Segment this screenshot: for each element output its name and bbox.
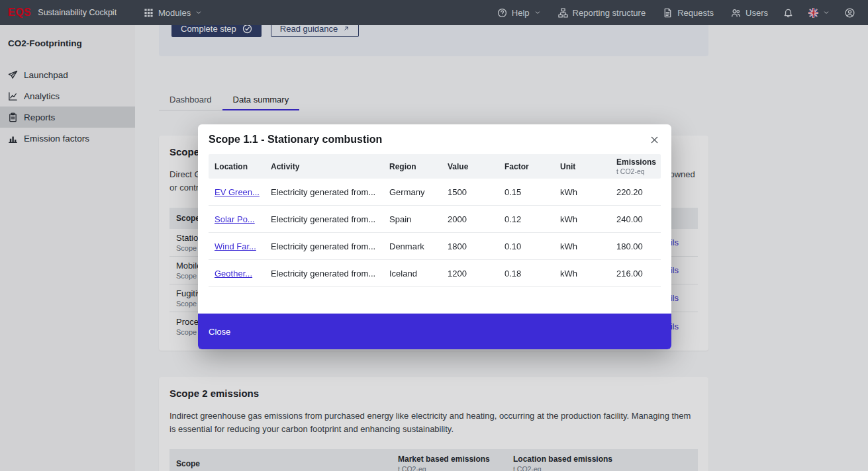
cell-region: Iceland <box>383 269 442 278</box>
cell-value: 1800 <box>442 241 499 251</box>
modal-table: Location Activity Region Value Factor Un… <box>209 154 661 287</box>
close-icon[interactable] <box>648 133 661 146</box>
table-row: Geother... Electricity generated from...… <box>209 260 661 287</box>
cell-unit: kWh <box>554 269 610 278</box>
column-header-emissions-unit: t CO2-eq <box>616 167 655 175</box>
cell-value: 2000 <box>442 214 499 224</box>
modal-title: Scope 1.1 - Stationary combustion <box>209 134 382 146</box>
table-row: Wind Far... Electricity generated from..… <box>209 233 661 260</box>
location-link[interactable]: Geother... <box>215 269 252 278</box>
column-header-region: Region <box>383 162 442 171</box>
scope11-modal: Scope 1.1 - Stationary combustion Locati… <box>198 124 671 349</box>
cell-unit: kWh <box>554 214 610 224</box>
cell-activity: Electricity generated from... <box>265 187 383 197</box>
cell-region: Germany <box>383 187 442 197</box>
cell-factor: 0.18 <box>499 269 554 278</box>
table-row: EV Green... Electricity generated from..… <box>209 179 661 206</box>
location-link[interactable]: Solar Po... <box>215 214 255 224</box>
column-header-unit: Unit <box>554 162 610 171</box>
cell-region: Spain <box>383 214 442 224</box>
cell-activity: Electricity generated from... <box>265 214 383 224</box>
modal-header: Scope 1.1 - Stationary combustion <box>198 124 671 154</box>
column-header-value: Value <box>442 162 499 171</box>
cell-factor: 0.15 <box>499 187 554 197</box>
cell-emissions: 216.00 <box>610 269 661 278</box>
location-link[interactable]: Wind Far... <box>215 241 256 251</box>
cell-factor: 0.10 <box>499 241 554 251</box>
cell-emissions: 240.00 <box>610 214 661 224</box>
cell-region: Denmark <box>383 241 442 251</box>
column-header-emissions: Emissions t CO2-eq <box>610 157 661 175</box>
column-header-emissions-label: Emissions <box>616 157 655 167</box>
modal-table-header: Location Activity Region Value Factor Un… <box>209 154 661 179</box>
column-header-factor: Factor <box>499 162 554 171</box>
table-row: Solar Po... Electricity generated from..… <box>209 206 661 233</box>
cell-factor: 0.12 <box>499 214 554 224</box>
cell-activity: Electricity generated from... <box>265 269 383 278</box>
cell-value: 1500 <box>442 187 499 197</box>
cell-emissions: 180.00 <box>610 241 661 251</box>
cell-unit: kWh <box>554 241 610 251</box>
cell-value: 1200 <box>442 269 499 278</box>
column-header-location: Location <box>209 162 265 171</box>
cell-emissions: 220.20 <box>610 187 661 197</box>
cell-unit: kWh <box>554 187 610 197</box>
cell-activity: Electricity generated from... <box>265 241 383 251</box>
column-header-activity: Activity <box>265 162 383 171</box>
location-link[interactable]: EV Green... <box>215 187 260 197</box>
close-button[interactable]: Close <box>198 314 671 349</box>
